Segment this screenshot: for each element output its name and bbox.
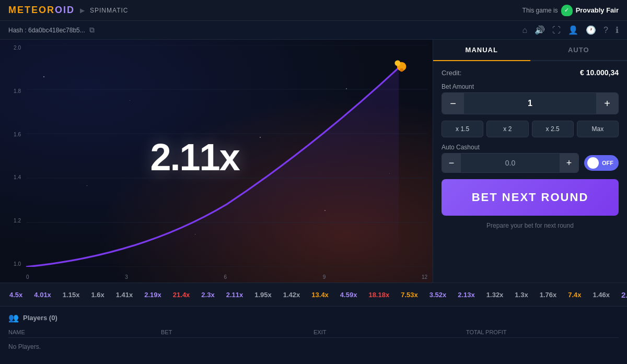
auto-cashout-input[interactable] (461, 159, 560, 167)
y-label-20: 2.0 (14, 45, 21, 51)
mult-btn-2-5[interactable]: x 2.5 (532, 121, 574, 137)
logo-separator: ▶ (80, 7, 85, 14)
history-item: 21.4x (170, 289, 193, 300)
toggle-circle (587, 157, 599, 169)
history-item: 1.76x (537, 289, 560, 300)
x-label-3: 3 (125, 274, 128, 280)
shield-icon: ✓ (561, 5, 573, 16)
bet-decrease-button[interactable]: − (442, 93, 464, 114)
bet-next-round-button[interactable]: BET NEXT ROUND (442, 179, 619, 216)
history-item: 2.19x (141, 289, 165, 300)
panel-tabs: MANUAL AUTO (433, 40, 627, 61)
col-profit: Total Profit (466, 329, 619, 335)
col-exit: Exit (314, 329, 466, 335)
history-item: 2.11x (223, 289, 247, 300)
info-icon[interactable]: ℹ (616, 25, 619, 35)
hash-bar: Hash : 6da0bc418ec78b5... ⧉ ⌂ 🔊 ⛶ 👤 🕐 ? … (0, 21, 627, 40)
x-label-12: 12 (422, 274, 427, 280)
players-section: 👥 Players (0) NAME Bet Exit Total Profit… (0, 307, 627, 364)
mult-btn-2[interactable]: x 2 (486, 121, 528, 137)
history-item: 18.18x (365, 289, 392, 300)
y-label-16: 1.6 (14, 132, 21, 137)
history-item: 4.5x (6, 289, 26, 300)
provably-fair-label: This game is (522, 7, 558, 14)
history-item: 1.42x (280, 289, 304, 300)
history-item: 13.4x (308, 289, 332, 300)
bet-increase-button[interactable]: + (596, 93, 618, 114)
app-layout: METEOROID ▶ SPINMATIC This game is ✓ Pro… (0, 0, 627, 364)
auto-cashout-section-container: Auto Cashout − + OFF (442, 144, 619, 173)
bet-amount-section: Bet Amount − + (442, 83, 619, 114)
bet-input-row: − + (442, 92, 619, 114)
spinmatic-label: SPINMATIC (90, 7, 128, 14)
top-bar: METEOROID ▶ SPINMATIC This game is ✓ Pro… (0, 0, 627, 21)
x-label-6: 6 (224, 274, 227, 280)
panel-content: Credit: € 10.000,34 Bet Amount − + x 1.5… (433, 61, 627, 283)
auto-cashout-toggle[interactable]: OFF (584, 155, 619, 171)
logo-oid: OID (55, 5, 75, 15)
history-item: 1.6x (88, 289, 107, 300)
y-label-10: 1.0 (14, 261, 21, 267)
history-item: 7.53x (398, 289, 421, 300)
col-bet: Bet (161, 329, 314, 335)
history-item: 1.95x (251, 289, 275, 300)
bet-amount-label: Bet Amount (442, 83, 619, 90)
players-title: Players (0) (23, 314, 57, 322)
players-icon: 👥 (8, 313, 19, 323)
multiplier-buttons: x 1.5 x 2 x 2.5 Max (442, 121, 619, 137)
copy-icon[interactable]: ⧉ (89, 26, 95, 34)
history-item: 1.41x (113, 289, 136, 300)
x-axis-labels: 0 3 6 9 12 (26, 274, 427, 280)
tab-manual[interactable]: MANUAL (433, 40, 530, 60)
y-label-12: 1.2 (14, 218, 21, 224)
history-item: 1.32x (483, 289, 507, 300)
provably-fair-badge: Provably Fair (576, 6, 619, 14)
history-item: 2.13x (455, 289, 478, 300)
auto-cashout-increase-button[interactable]: + (560, 154, 578, 172)
right-panel: MANUAL AUTO Credit: € 10.000,34 Bet Amou… (433, 40, 627, 283)
mult-btn-1-5[interactable]: x 1.5 (442, 121, 483, 137)
fullscreen-icon[interactable]: ⛶ (552, 26, 561, 35)
hash-text: Hash : 6da0bc418ec78b5... (8, 27, 85, 34)
mult-btn-max[interactable]: Max (577, 121, 619, 137)
col-name: NAME (8, 329, 161, 335)
game-and-panel: 2.11x (0, 40, 627, 283)
user-icon[interactable]: 👤 (568, 25, 578, 35)
history-item: 1.3x (512, 289, 531, 300)
history-item: 7.4x (565, 289, 584, 300)
auto-cashout-section: − + OFF (442, 153, 619, 173)
hash-left: Hash : 6da0bc418ec78b5... ⧉ (8, 26, 95, 34)
home-icon[interactable]: ⌂ (522, 26, 527, 35)
players-table-header: NAME Bet Exit Total Profit (8, 327, 619, 338)
credit-row: Credit: € 10.000,34 (442, 68, 619, 77)
top-bar-left: METEOROID ▶ SPINMATIC (8, 5, 128, 16)
history-bar: 4.5x4.01x1.15x1.6x1.41x2.19x21.4x2.3x2.1… (0, 283, 627, 307)
bet-amount-input[interactable] (464, 99, 596, 108)
history-item: 1.15x (60, 289, 83, 300)
credit-label: Credit: (442, 69, 461, 77)
history-icon[interactable]: 🕐 (586, 25, 596, 35)
sound-icon[interactable]: 🔊 (535, 25, 545, 35)
game-section: 2.11x (0, 40, 433, 283)
top-bar-right: This game is ✓ Provably Fair (522, 5, 619, 16)
y-label-18: 1.8 (14, 88, 21, 94)
history-item: 4.01x (31, 289, 54, 300)
auto-cashout-label: Auto Cashout (442, 144, 619, 151)
prepare-text: Prepare your bet for next round (442, 222, 619, 229)
y-label-14: 1.4 (14, 174, 21, 180)
toggle-label: OFF (602, 160, 613, 166)
history-item: 1.46x (590, 289, 613, 300)
hash-icons: ⌂ 🔊 ⛶ 👤 🕐 ? ℹ (522, 25, 619, 35)
svg-point-8 (400, 68, 403, 72)
help-icon[interactable]: ? (603, 26, 608, 35)
history-item: 4.59x (337, 289, 361, 300)
tab-auto[interactable]: AUTO (530, 40, 628, 60)
history-item: 2.11x (618, 289, 627, 301)
y-axis-labels: 2.0 1.8 1.6 1.4 1.2 1.0 (0, 45, 24, 267)
history-item: 2.3x (198, 289, 217, 300)
credit-value: € 10.000,34 (580, 68, 619, 77)
auto-cashout-decrease-button[interactable]: − (442, 154, 461, 172)
logo: METEOROID (8, 5, 75, 16)
players-header: 👥 Players (0) (8, 313, 619, 323)
history-item: 3.52x (426, 289, 450, 300)
